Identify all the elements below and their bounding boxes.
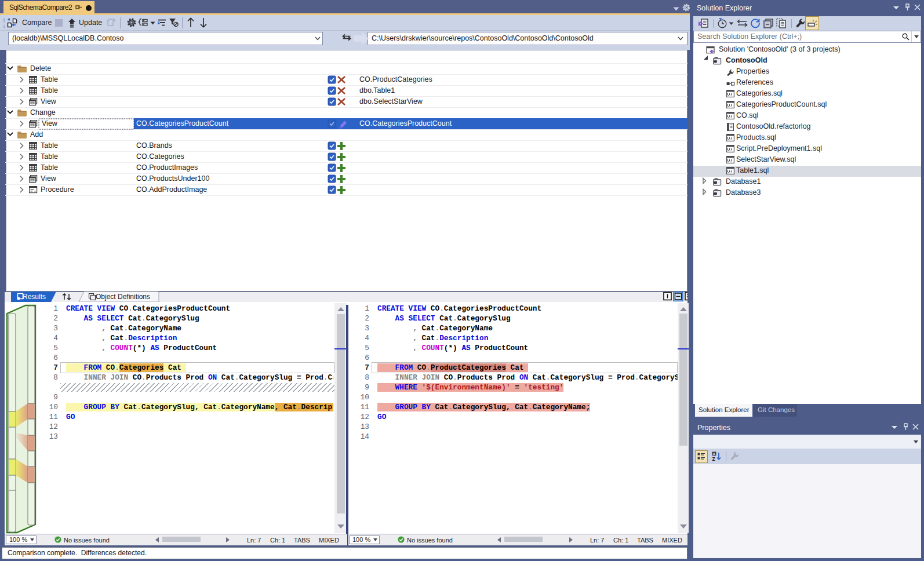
svg-text:A: A: [713, 452, 716, 456]
svg-text:Z: Z: [712, 456, 715, 462]
